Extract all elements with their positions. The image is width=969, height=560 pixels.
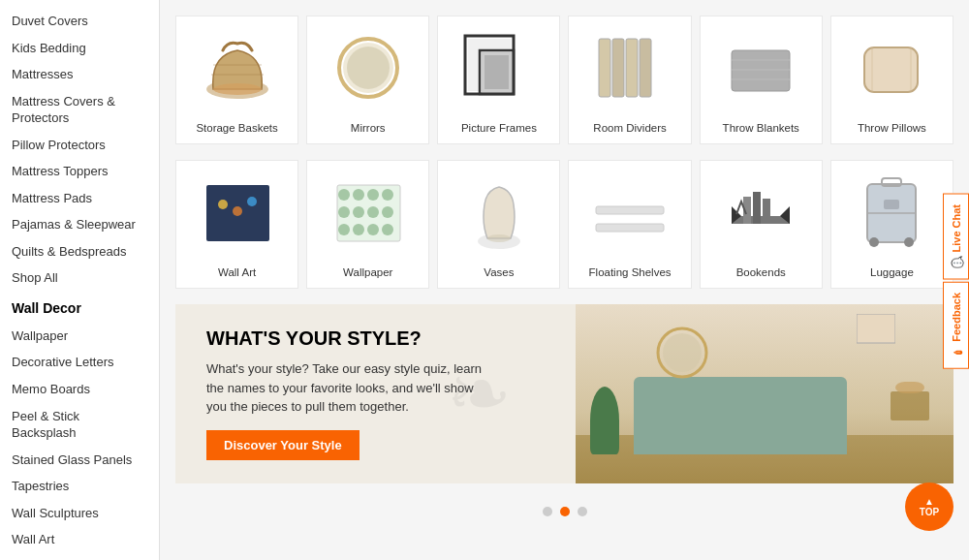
style-quiz-banner: ❧ WHAT'S YOUR STYLE? What's your style? …: [175, 304, 953, 483]
svg-point-36: [338, 224, 350, 235]
product-label: Wall Art: [218, 265, 256, 280]
product-card-picture-frames[interactable]: Picture Frames: [437, 16, 560, 144]
sidebar-item-10[interactable]: Wall Decor: [0, 292, 159, 323]
banner-left: ❧ WHAT'S YOUR STYLE? What's your style? …: [175, 304, 576, 483]
svg-rect-13: [612, 39, 624, 97]
product-card-wall-art[interactable]: Wall Art: [175, 160, 298, 289]
carousel-dot-2[interactable]: [578, 507, 587, 516]
product-label: Storage Baskets: [196, 121, 277, 136]
sidebar-item-16[interactable]: Tapestries: [0, 473, 159, 500]
product-card-vases[interactable]: Vases: [437, 160, 560, 289]
svg-point-39: [382, 224, 393, 235]
svg-rect-42: [596, 206, 664, 214]
carousel-dots: [175, 499, 953, 528]
product-card-storage-baskets[interactable]: Storage Baskets: [175, 16, 298, 144]
banner-right: [576, 304, 953, 483]
product-image: [575, 26, 684, 113]
svg-rect-56: [857, 314, 895, 343]
svg-point-30: [367, 189, 379, 201]
product-image: [313, 26, 422, 113]
product-label: Mirrors: [351, 121, 386, 136]
svg-rect-12: [599, 39, 610, 97]
side-tabs: 💬 Live Chat ✏ Feedback: [943, 194, 969, 368]
svg-rect-58: [895, 382, 924, 393]
product-card-floating-shelves[interactable]: Floating Shelves: [568, 160, 691, 289]
svg-rect-57: [891, 391, 929, 420]
product-image: [313, 171, 422, 258]
svg-rect-14: [626, 39, 638, 97]
sidebar-item-13[interactable]: Memo Boards: [0, 376, 159, 403]
product-label: Picture Frames: [461, 121, 537, 136]
product-card-wallpaper[interactable]: Wallpaper: [306, 160, 429, 289]
discover-style-button[interactable]: Discover Your Style: [206, 430, 359, 460]
back-to-top-button[interactable]: ▲ TOP: [905, 482, 953, 531]
sidebar-item-7[interactable]: Pajamas & Sleepwear: [0, 211, 159, 238]
product-card-throw-pillows[interactable]: Throw Pillows: [830, 16, 953, 144]
svg-rect-53: [884, 200, 899, 209]
product-image: [182, 26, 292, 113]
feedback-tab[interactable]: ✏ Feedback: [943, 282, 969, 369]
product-label: Throw Blankets: [723, 121, 799, 136]
svg-point-32: [338, 206, 350, 218]
product-label: Floating Shelves: [589, 265, 672, 280]
product-card-throw-blankets[interactable]: Throw Blankets: [700, 16, 823, 144]
sidebar-item-8[interactable]: Quilts & Bedspreads: [0, 238, 159, 265]
product-image: [837, 26, 947, 113]
product-card-room-dividers[interactable]: Room Dividers: [568, 16, 691, 144]
product-card-luggage[interactable]: Luggage: [830, 160, 953, 289]
svg-point-6: [347, 47, 390, 89]
product-card-mirrors[interactable]: Mirrors: [306, 16, 429, 144]
product-label: Bookends: [736, 265, 786, 280]
sidebar-item-12[interactable]: Decorative Letters: [0, 349, 159, 376]
sidebar-item-18[interactable]: Wall Art: [0, 526, 159, 553]
sidebar-item-15[interactable]: Stained Glass Panels: [0, 447, 159, 474]
sidebar-item-19[interactable]: Wall Decals: [0, 553, 159, 560]
svg-rect-11: [484, 55, 509, 89]
product-image: [444, 26, 553, 113]
svg-rect-16: [732, 50, 790, 91]
svg-point-31: [382, 189, 393, 201]
svg-point-26: [247, 197, 257, 206]
svg-point-51: [869, 237, 879, 247]
product-image: [182, 171, 292, 258]
product-image: [575, 171, 684, 258]
svg-point-24: [218, 200, 228, 209]
svg-point-55: [663, 333, 702, 372]
sidebar-item-5[interactable]: Mattress Toppers: [0, 158, 159, 185]
sidebar-item-6[interactable]: Mattress Pads: [0, 185, 159, 212]
sidebar-item-3[interactable]: Mattress Covers & Protectors: [0, 88, 159, 132]
sidebar-item-0[interactable]: Duvet Covers: [0, 8, 159, 35]
svg-rect-47: [763, 199, 770, 224]
sidebar: Duvet CoversKids BeddingMattressesMattre…: [0, 0, 160, 560]
product-label: Vases: [484, 265, 514, 280]
carousel-dot-1[interactable]: [560, 507, 570, 516]
product-label: Wallpaper: [343, 265, 392, 280]
svg-point-41: [487, 234, 511, 242]
room-mirror-decor: [653, 324, 711, 382]
svg-point-28: [338, 189, 350, 201]
sidebar-item-2[interactable]: Mattresses: [0, 61, 159, 88]
sidebar-item-1[interactable]: Kids Bedding: [0, 35, 159, 62]
svg-point-25: [233, 206, 242, 216]
product-grid-row1: Storage Baskets Mirrors Picture Frames R…: [175, 16, 953, 144]
feedback-icon: ✏: [950, 345, 962, 358]
banner-pattern: ❧: [382, 304, 576, 483]
svg-point-52: [904, 237, 914, 247]
chevron-up-icon: ▲: [924, 496, 934, 507]
sidebar-item-11[interactable]: Wallpaper: [0, 323, 159, 350]
product-label: Room Dividers: [593, 121, 666, 136]
main-content: Storage Baskets Mirrors Picture Frames R…: [160, 0, 969, 560]
sidebar-item-4[interactable]: Pillow Protectors: [0, 132, 159, 159]
live-chat-tab[interactable]: 💬 Live Chat: [943, 194, 969, 280]
svg-point-38: [367, 224, 379, 235]
svg-rect-46: [753, 192, 761, 224]
product-card-bookends[interactable]: Bookends: [700, 160, 823, 289]
carousel-dot-0[interactable]: [543, 507, 552, 516]
sidebar-item-9[interactable]: Shop All: [0, 264, 159, 292]
product-label: Luggage: [870, 265, 914, 280]
svg-point-37: [353, 224, 364, 235]
sidebar-item-17[interactable]: Wall Sculptures: [0, 500, 159, 527]
product-grid-row2: Wall Art Wallpaper Vases Floating Shelve…: [175, 160, 953, 289]
svg-rect-15: [640, 39, 651, 97]
sidebar-item-14[interactable]: Peel & Stick Backsplash: [0, 403, 159, 447]
